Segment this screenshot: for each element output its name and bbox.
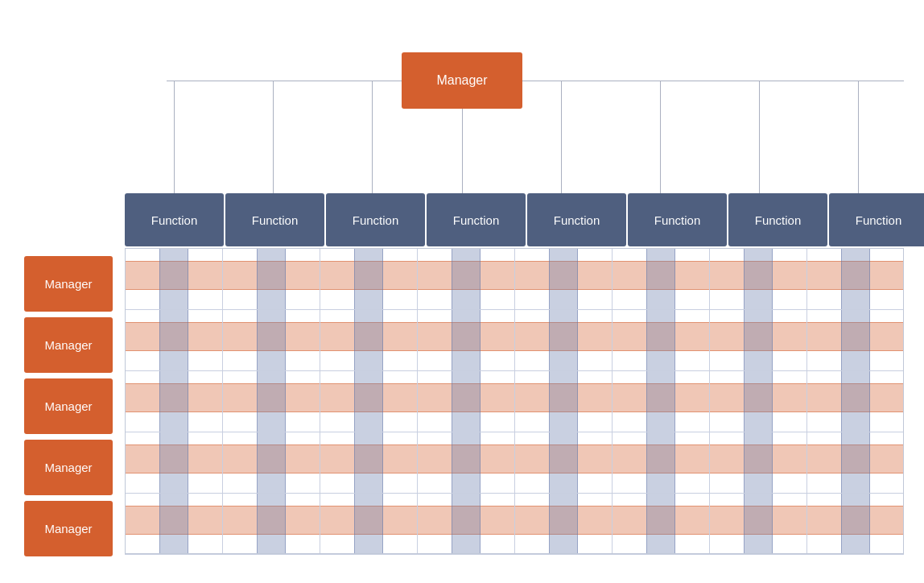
functions-row: Function Function Function Function Func… xyxy=(125,193,924,246)
v-stripe-3 xyxy=(452,248,481,554)
function-box-4: Function xyxy=(527,193,626,246)
managers-column: Manager Manager Manager Manager Manager xyxy=(24,256,113,562)
v-stripe-0 xyxy=(159,248,188,554)
function-label-5: Function xyxy=(654,213,701,227)
function-box-2: Function xyxy=(326,193,425,246)
vline-2 xyxy=(372,81,373,193)
vline-4 xyxy=(561,81,562,193)
grid-vline-0 xyxy=(125,248,126,554)
manager-label-2: Manager xyxy=(44,399,92,413)
vline-7 xyxy=(858,81,859,193)
vline-5 xyxy=(660,81,661,193)
manager-box-4: Manager xyxy=(24,501,113,556)
v-stripe-4 xyxy=(549,248,578,554)
manager-label-3: Manager xyxy=(44,461,92,474)
function-box-5: Function xyxy=(628,193,727,246)
function-label-2: Function xyxy=(353,213,399,227)
top-manager-label: Manager xyxy=(436,73,487,88)
grid-vline-5 xyxy=(612,248,613,554)
manager-box-2: Manager xyxy=(24,378,113,434)
manager-box-1: Manager xyxy=(24,317,113,373)
v-stripe-1 xyxy=(257,248,286,554)
function-box-6: Function xyxy=(728,193,827,246)
vline-1 xyxy=(273,81,274,193)
function-label-0: Function xyxy=(151,213,198,227)
grid-vline-3 xyxy=(417,248,418,554)
v-stripe-2 xyxy=(354,248,383,554)
diagram-container: Manager Function Function Function Funct… xyxy=(0,0,924,583)
manager-label-0: Manager xyxy=(44,277,92,291)
function-box-0: Function xyxy=(125,193,224,246)
function-box-7: Function xyxy=(829,193,924,246)
grid-vline-4 xyxy=(514,248,515,554)
v-stripe-5 xyxy=(646,248,675,554)
v-stripe-6 xyxy=(744,248,773,554)
function-label-1: Function xyxy=(252,213,299,227)
grid-vline-2 xyxy=(320,248,320,554)
function-label-4: Function xyxy=(554,213,600,227)
function-box-1: Function xyxy=(225,193,324,246)
function-label-7: Function xyxy=(856,213,902,227)
grid-vline-8 xyxy=(903,248,904,554)
vline-6 xyxy=(759,81,760,193)
v-stripe-7 xyxy=(841,248,870,554)
manager-label-4: Manager xyxy=(44,522,92,535)
grid-hline-5 xyxy=(125,554,904,555)
grid-vline-6 xyxy=(709,248,710,554)
manager-label-1: Manager xyxy=(44,338,92,352)
grid-vline-1 xyxy=(222,248,223,554)
function-box-3: Function xyxy=(427,193,526,246)
vline-0 xyxy=(174,81,175,193)
manager-box-0: Manager xyxy=(24,256,113,312)
function-label-6: Function xyxy=(755,213,802,227)
top-horizontal-line xyxy=(167,81,904,81)
grid-vline-7 xyxy=(806,248,807,554)
top-manager-box: Manager xyxy=(402,52,522,109)
grid-area xyxy=(125,248,904,554)
manager-box-3: Manager xyxy=(24,440,113,495)
function-label-3: Function xyxy=(453,213,500,227)
